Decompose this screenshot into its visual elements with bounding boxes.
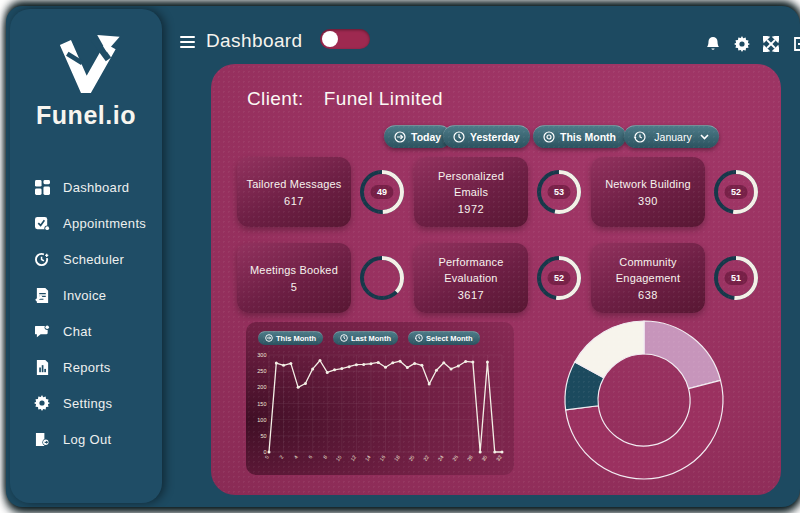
appointments-icon [34,215,50,231]
topbar-icons [704,35,800,53]
sidebar-item-invoice[interactable]: Invoice [10,277,162,313]
this-month-filter-button[interactable]: This Month [533,125,626,148]
history-restore-icon [634,131,646,143]
invoice-icon [34,287,50,303]
target-circle-icon [543,131,555,143]
progress-ring: 52 [536,255,582,301]
stat-card: Tailored Messages 617 [237,157,351,227]
svg-text:12: 12 [349,454,357,462]
menu-hamburger-icon[interactable] [180,36,195,51]
sidebar-nav: Dashboard Appointments Scheduler Invoice [10,169,162,457]
stat-title: Meetings Booked [244,263,344,279]
sidebar-item-settings[interactable]: Settings [10,385,162,421]
arrow-right-circle-icon [265,334,273,344]
sidebar-item-label: Reports [63,360,111,375]
stat-value: 1972 [458,203,484,215]
progress-ring: 51 [713,255,759,301]
settings-gear-icon[interactable] [733,35,751,53]
signout-exit-icon[interactable] [791,35,800,53]
progress-ring: 52 [713,169,759,215]
svg-text:200: 200 [257,384,266,390]
logout-icon [34,431,50,447]
sidebar-item-scheduler[interactable]: Scheduler [10,241,162,277]
chart-select-month-button[interactable]: Select Month [408,331,480,345]
gauge-value: 49 [371,185,394,199]
svg-text:250: 250 [257,368,266,374]
chart-button-label: This Month [276,334,316,343]
svg-text:30: 30 [480,454,488,462]
filter-label: Today [411,131,441,143]
month-select-dropdown[interactable]: January [624,125,719,148]
stat-cell-network-building: Network Building 390 52 [591,157,759,227]
clock-history-icon [340,334,348,344]
yesterday-filter-button[interactable]: Yesterday [443,125,530,148]
sidebar-item-chat[interactable]: Chat [10,313,162,349]
chart-range-buttons: This Month Last Month Select Month [258,331,480,345]
svg-text:22: 22 [422,454,430,462]
sidebar-item-label: Appointments [63,216,146,231]
svg-text:6: 6 [307,454,314,460]
stat-title: Tailored Messages [244,177,344,193]
svg-text:10: 10 [335,454,343,462]
sidebar-item-appointments[interactable]: Appointments [10,205,162,241]
today-filter-button[interactable]: Today [384,125,451,148]
svg-text:4: 4 [292,454,299,460]
app-window: Funel.io Dashboard Appointments Schedule… [6,6,800,507]
scheduler-icon [34,251,50,267]
svg-text:0: 0 [263,449,266,455]
stat-cell-personalized-emails: Personalized Emails 1972 53 [414,157,582,227]
gauge-value: 52 [725,185,748,199]
stat-title: Personalized Emails [421,169,521,201]
chart-button-label: Select Month [426,334,473,343]
stat-value: 3617 [458,289,484,301]
sidebar-item-label: Settings [63,396,112,411]
distribution-donut-chart [559,315,729,489]
line-chart-card: This Month Last Month Select Month 02468… [246,322,514,475]
stat-title: Network Building [598,177,698,193]
sidebar: Funel.io Dashboard Appointments Schedule… [10,9,162,503]
sidebar-item-logout[interactable]: Log Out [10,421,162,457]
svg-text:26: 26 [451,454,459,462]
logo: Funel.io [10,35,162,130]
client-name: Funel Limited [324,88,443,109]
svg-text:28: 28 [466,454,474,462]
notification-bell-icon[interactable] [704,35,722,53]
page-title: Dashboard [206,30,303,52]
svg-text:32: 32 [495,454,503,462]
sidebar-item-reports[interactable]: Reports [10,349,162,385]
clock-history-icon [453,131,465,143]
toggle-knob [322,31,338,47]
svg-text:18: 18 [393,454,401,462]
chart-this-month-button[interactable]: This Month [258,331,323,345]
progress-ring: 49 [359,169,405,215]
progress-ring [359,255,405,301]
svg-text:300: 300 [257,352,266,358]
month-select-value: January [654,131,691,143]
sidebar-item-label: Dashboard [63,180,129,195]
svg-text:16: 16 [378,454,386,462]
svg-text:50: 50 [260,433,266,439]
fullscreen-expand-icon[interactable] [762,35,780,53]
stats-grid: Tailored Messages 617 49 Personalized Em… [237,157,757,329]
stat-title: Community Engagement [598,255,698,287]
stat-cell-meetings-booked: Meetings Booked 5 [237,243,405,313]
client-heading: Client:Funel Limited [247,88,443,110]
stat-title: Performance Evaluation [421,255,521,287]
logo-text: Funel.io [10,101,162,130]
reports-icon [34,359,50,375]
stat-value: 390 [638,195,658,207]
gauge-value: 51 [725,271,748,285]
stat-cell-community-engagement: Community Engagement 638 51 [591,243,759,313]
stat-cell-tailored-messages: Tailored Messages 617 49 [237,157,405,227]
gauge-value: 53 [548,185,571,199]
filter-row: Today Yesterday This Month January [211,125,781,149]
stat-card: Network Building 390 [591,157,705,227]
stat-card: Performance Evaluation 3617 [414,243,528,313]
dashboard-icon [34,179,50,195]
sidebar-item-dashboard[interactable]: Dashboard [10,169,162,205]
sidebar-item-label: Invoice [63,288,106,303]
filter-label: This Month [560,131,616,143]
stat-value: 638 [638,289,658,301]
header-toggle[interactable] [320,29,370,49]
chart-last-month-button[interactable]: Last Month [333,331,398,345]
